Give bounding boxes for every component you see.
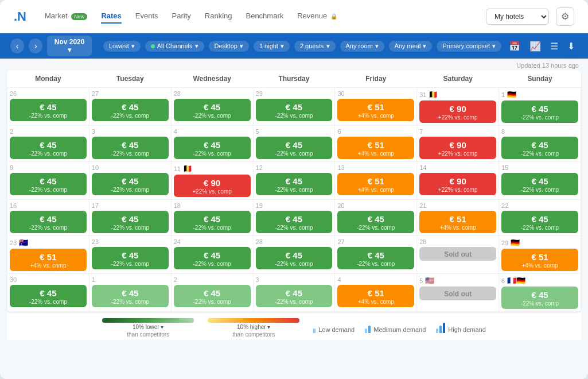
rate-card[interactable]: € 51+4% vs. comp	[10, 249, 87, 271]
rate-card[interactable]: € 90+22% vs. comp	[419, 137, 496, 159]
prev-month-button[interactable]: ‹	[10, 38, 24, 53]
rate-card[interactable]: € 45-22% vs. comp	[256, 137, 333, 159]
rate-card[interactable]: € 45-22% vs. comp	[92, 137, 169, 159]
nav-events[interactable]: Events	[135, 9, 158, 24]
nav-benchmark[interactable]: Benchmark	[246, 9, 283, 24]
calendar-cell[interactable]: 3€ 45-22% vs. comp	[89, 126, 171, 162]
calendar-cell[interactable]: 16€ 45-22% vs. comp	[7, 200, 89, 236]
calendar-cell[interactable]: 28€ 45-22% vs. comp	[171, 88, 253, 126]
calendar-cell[interactable]: 27€ 45-22% vs. comp	[89, 88, 171, 126]
rate-card[interactable]: € 45-22% vs. comp	[256, 99, 333, 121]
filter-guests[interactable]: 2 guests ▾	[294, 41, 336, 52]
rate-card[interactable]: € 90+22% vs. comp	[419, 173, 496, 195]
calendar-cell[interactable]: 17€ 45-22% vs. comp	[89, 200, 171, 236]
calendar-cell[interactable]: 11🇧🇪€ 90+22% vs. comp	[171, 162, 253, 200]
rate-card[interactable]: € 45-22% vs. comp	[256, 211, 333, 233]
chart-icon-btn[interactable]: 📈	[527, 40, 544, 53]
calendar-cell[interactable]: 18€ 45-22% vs. comp	[171, 200, 253, 236]
rate-card[interactable]: € 90+22% vs. comp	[174, 175, 251, 197]
calendar-cell[interactable]: 30€ 51+4% vs. comp	[335, 88, 417, 126]
rate-card[interactable]: € 51+4% vs. comp	[337, 99, 414, 121]
nav-parity[interactable]: Parity	[172, 9, 191, 24]
calendar-cell[interactable]: 27€ 45-22% vs. comp	[335, 236, 417, 274]
rate-card[interactable]: € 45-22% vs. comp	[174, 247, 251, 269]
rate-card[interactable]: € 45-22% vs. comp	[92, 99, 169, 121]
rate-card[interactable]: € 45-22% vs. comp	[174, 137, 251, 159]
calendar-cell[interactable]: 29🇩🇪€ 51+4% vs. comp	[499, 236, 581, 274]
filter-compset[interactable]: Primary compset ▾	[437, 41, 501, 52]
rate-card[interactable]: € 45-22% vs. comp	[10, 285, 87, 307]
rate-card[interactable]: € 45-22% vs. comp	[501, 100, 578, 123]
rate-card[interactable]: € 45-22% vs. comp	[92, 285, 169, 307]
rate-card[interactable]: € 45-22% vs. comp	[10, 99, 87, 121]
calendar-cell[interactable]: 5€ 45-22% vs. comp	[253, 126, 335, 162]
rate-card[interactable]: € 51+4% vs. comp	[337, 285, 414, 307]
filter-lowest[interactable]: Lowest ▾	[103, 41, 141, 52]
filter-meal[interactable]: Any meal ▾	[389, 41, 433, 52]
rate-card[interactable]: € 51+4% vs. comp	[419, 211, 496, 233]
calendar-cell[interactable]: 6🇫🇷🇩🇪€ 45-22% vs. comp	[499, 274, 581, 312]
calendar-cell[interactable]: 12€ 45-22% vs. comp	[253, 162, 335, 200]
rate-card[interactable]: € 45-22% vs. comp	[501, 211, 578, 233]
calendar-cell[interactable]: 24€ 45-22% vs. comp	[171, 236, 253, 274]
rate-card[interactable]: € 45-22% vs. comp	[92, 173, 169, 195]
calendar-cell[interactable]: 14€ 90+22% vs. comp	[417, 162, 499, 200]
nav-market[interactable]: Market New	[45, 9, 87, 24]
filter-channels[interactable]: All Channels ▾	[145, 41, 204, 52]
calendar-cell[interactable]: 8€ 45-22% vs. comp	[499, 126, 581, 162]
rate-card[interactable]: € 51+4% vs. comp	[337, 137, 414, 159]
calendar-cell[interactable]: 30€ 45-22% vs. comp	[7, 274, 89, 312]
rate-card[interactable]: € 45-22% vs. comp	[174, 211, 251, 233]
calendar-cell[interactable]: 4€ 51+4% vs. comp	[335, 274, 417, 312]
rate-card[interactable]: Sold out	[419, 287, 496, 300]
calendar-cell[interactable]: 2€ 45-22% vs. comp	[171, 274, 253, 312]
filter-nights[interactable]: 1 night ▾	[254, 41, 290, 52]
rate-card[interactable]: € 51+4% vs. comp	[501, 249, 578, 271]
calendar-cell[interactable]: 20€ 45-22% vs. comp	[335, 200, 417, 236]
calendar-cell[interactable]: 2€ 45-22% vs. comp	[7, 126, 89, 162]
rate-card[interactable]: € 45-22% vs. comp	[501, 173, 578, 195]
rate-card[interactable]: € 45-22% vs. comp	[174, 285, 251, 307]
next-month-button[interactable]: ›	[29, 38, 42, 53]
nav-rates[interactable]: Rates	[101, 9, 121, 24]
rate-card[interactable]: € 45-22% vs. comp	[337, 211, 414, 233]
calendar-cell[interactable]: 1€ 45-22% vs. comp	[89, 274, 171, 312]
calendar-cell[interactable]: 23€ 45-22% vs. comp	[89, 236, 171, 274]
calendar-cell[interactable]: 22€ 45-22% vs. comp	[499, 200, 581, 236]
calendar-cell[interactable]: 28Sold out	[417, 236, 499, 274]
rate-card[interactable]: Sold out	[419, 247, 496, 261]
rate-card[interactable]: € 45-22% vs. comp	[92, 247, 169, 269]
rate-card[interactable]: € 45-22% vs. comp	[337, 247, 414, 269]
rate-card[interactable]: € 45-22% vs. comp	[92, 211, 169, 233]
calendar-cell[interactable]: 3€ 45-22% vs. comp	[253, 274, 335, 312]
rate-card[interactable]: € 45-22% vs. comp	[501, 137, 578, 159]
nav-ranking[interactable]: Ranking	[205, 9, 232, 24]
calendar-cell[interactable]: 10€ 45-22% vs. comp	[89, 162, 171, 200]
calendar-cell[interactable]: 31🇧🇪€ 90+22% vs. comp	[417, 88, 499, 126]
filter-desktop[interactable]: Desktop ▾	[209, 41, 249, 52]
calendar-cell[interactable]: 19€ 45-22% vs. comp	[253, 200, 335, 236]
rate-card[interactable]: € 45-22% vs. comp	[174, 99, 251, 121]
calendar-cell[interactable]: 7€ 90+22% vs. comp	[417, 126, 499, 162]
filter-room[interactable]: Any room ▾	[340, 41, 384, 52]
download-icon-btn[interactable]: ⬇	[564, 40, 578, 53]
month-picker[interactable]: Nov 2020 ▾	[47, 36, 92, 56]
calendar-cell[interactable]: 9€ 45-22% vs. comp	[7, 162, 89, 200]
rate-card[interactable]: € 45-22% vs. comp	[256, 173, 333, 195]
rate-card[interactable]: € 45-22% vs. comp	[256, 285, 333, 307]
calendar-icon-btn[interactable]: 📅	[506, 40, 523, 53]
list-icon-btn[interactable]: ☰	[547, 40, 561, 53]
rate-card[interactable]: € 90+22% vs. comp	[419, 100, 496, 123]
calendar-cell[interactable]: 28€ 45-22% vs. comp	[253, 236, 335, 274]
calendar-cell[interactable]: 29€ 45-22% vs. comp	[253, 88, 335, 126]
calendar-cell[interactable]: 21€ 51+4% vs. comp	[417, 200, 499, 236]
calendar-cell[interactable]: 23🇦🇺€ 51+4% vs. comp	[7, 236, 89, 274]
hotel-select[interactable]: My hotels	[486, 9, 549, 25]
calendar-cell[interactable]: 6€ 51+4% vs. comp	[335, 126, 417, 162]
calendar-cell[interactable]: 15€ 45-22% vs. comp	[499, 162, 581, 200]
rate-card[interactable]: € 51+4% vs. comp	[337, 173, 414, 195]
calendar-cell[interactable]: 4€ 45-22% vs. comp	[171, 126, 253, 162]
calendar-cell[interactable]: 1🇩🇪€ 45-22% vs. comp	[499, 88, 581, 126]
rate-card[interactable]: € 45-22% vs. comp	[10, 173, 87, 195]
calendar-cell[interactable]: 5🇺🇸Sold out	[417, 274, 499, 312]
